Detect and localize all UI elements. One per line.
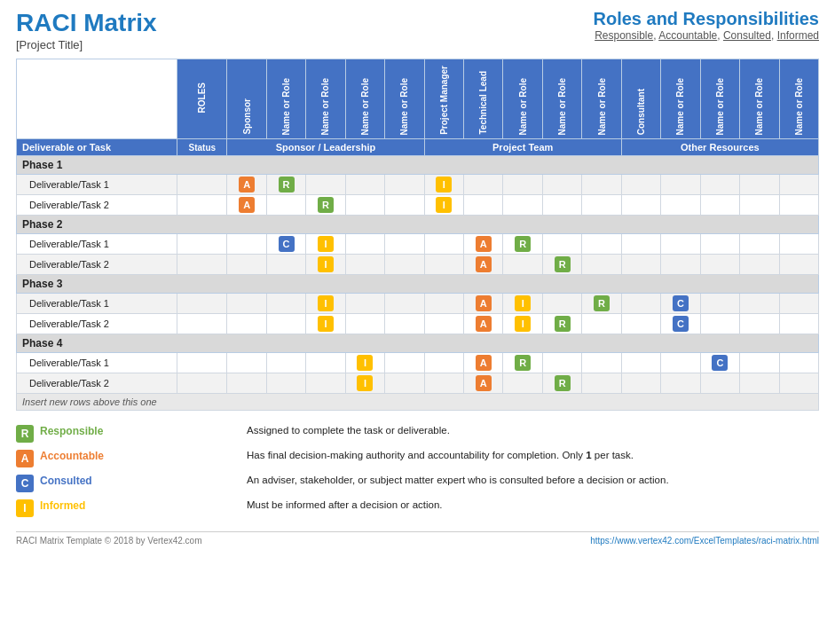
raci-cell <box>503 195 542 216</box>
raci-cell <box>385 175 424 195</box>
raci-cell <box>424 294 463 314</box>
table-row: Deliverable/Task 1IARC <box>17 353 819 373</box>
raci-cell <box>464 175 503 195</box>
phase-name: Phase 2 <box>17 216 819 234</box>
badge-r: R <box>555 375 571 391</box>
col-header-r2: Name or Role <box>306 59 345 139</box>
raci-cell <box>345 255 384 275</box>
raci-cell <box>345 195 384 216</box>
badge-i: I <box>318 316 334 332</box>
roles-header-row: ROLES Sponsor Name or Role Name or Role … <box>17 59 819 139</box>
roles-label: ROLES <box>197 82 207 113</box>
badge-i: I <box>515 295 531 311</box>
raci-cell: I <box>503 294 542 314</box>
raci-cell <box>621 255 660 275</box>
raci-cell <box>582 234 621 255</box>
legend-label-i: Informed <box>40 499 115 512</box>
raci-cell <box>582 373 621 394</box>
legend-item-c: CConsulted <box>16 473 247 494</box>
raci-cell <box>385 234 424 255</box>
raci-cell: C <box>700 353 739 373</box>
legend-desc-i: Must be informed after a decision or act… <box>247 498 819 519</box>
badge-i: I <box>436 197 452 213</box>
badge-a: A <box>476 256 492 272</box>
raci-cell <box>621 353 660 373</box>
badge-i: I <box>318 256 334 272</box>
main-title: RACI Matrix <box>16 9 157 37</box>
raci-cell: R <box>542 255 581 275</box>
raci-cell <box>582 195 621 216</box>
raci-cell <box>266 195 305 216</box>
raci-cell <box>542 195 581 216</box>
badge-r: R <box>555 316 571 332</box>
task-name: Deliverable/Task 2 <box>17 373 177 394</box>
raci-cell <box>424 234 463 255</box>
table-row: Deliverable/Task 1CIAR <box>17 234 819 255</box>
raci-cell: A <box>464 373 503 394</box>
raci-cell <box>503 255 542 275</box>
raci-cell <box>661 373 700 394</box>
table-row: Deliverable/Task 2IAR <box>17 255 819 275</box>
raci-table: ROLES Sponsor Name or Role Name or Role … <box>16 59 819 411</box>
raci-cell <box>700 294 739 314</box>
phase-row: Phase 4 <box>17 334 819 353</box>
badge-a: A <box>476 355 492 371</box>
raci-cell <box>661 175 700 195</box>
badge-r: R <box>515 355 531 371</box>
col-header-r9: Name or Role <box>700 59 739 139</box>
raci-tbody: Phase 1Deliverable/Task 1ARIDeliverable/… <box>17 156 819 411</box>
footer-url[interactable]: https://www.vertex42.com/ExcelTemplates/… <box>590 536 819 546</box>
col-header-r11: Name or Role <box>779 59 818 139</box>
raci-cell <box>227 255 266 275</box>
raci-cell <box>740 255 779 275</box>
raci-cell <box>385 195 424 216</box>
raci-cell: I <box>345 353 384 373</box>
raci-cell <box>621 314 660 334</box>
raci-cell <box>661 353 700 373</box>
raci-cell: C <box>266 234 305 255</box>
badge-r: R <box>279 177 295 192</box>
raci-cell <box>740 373 779 394</box>
raci-cell <box>621 175 660 195</box>
badge-i: I <box>357 375 373 391</box>
badge-c: C <box>279 236 295 252</box>
raci-cell <box>779 314 818 334</box>
task-name: Deliverable/Task 1 <box>17 175 177 195</box>
raci-cell: R <box>503 234 542 255</box>
raci-cell <box>424 314 463 334</box>
informed-label: Informed <box>777 29 819 42</box>
raci-cell <box>227 373 266 394</box>
col-header-consultant: Consultant <box>621 59 660 139</box>
raci-cell: A <box>464 234 503 255</box>
raci-cell <box>306 353 345 373</box>
raci-cell <box>385 373 424 394</box>
raci-cell <box>227 353 266 373</box>
phase-name: Phase 3 <box>17 275 819 294</box>
raci-cell <box>582 255 621 275</box>
raci-cell <box>385 314 424 334</box>
col-header-r1: Name or Role <box>266 59 305 139</box>
raci-cell: R <box>542 373 581 394</box>
task-name: Deliverable/Task 1 <box>17 353 177 373</box>
raci-cell <box>345 314 384 334</box>
legend-desc-c: An adviser, stakeholder, or subject matt… <box>247 473 819 494</box>
raci-cell: C <box>661 294 700 314</box>
raci-cell <box>700 255 739 275</box>
legend-item-a: AAccountable <box>16 448 247 469</box>
raci-cell <box>700 195 739 216</box>
raci-cell <box>779 195 818 216</box>
legend-desc-r: Assigned to complete the task or deliver… <box>247 423 819 444</box>
raci-cell: I <box>306 294 345 314</box>
badge-a: A <box>476 375 492 391</box>
badge-r: R <box>555 256 571 272</box>
accountable-label: Accountable <box>658 29 717 42</box>
raci-cell <box>740 234 779 255</box>
raci-cell <box>661 195 700 216</box>
col-header-r5: Name or Role <box>503 59 542 139</box>
task-status <box>177 255 227 275</box>
raci-cell <box>464 195 503 216</box>
legend: RResponsibleAssigned to complete the tas… <box>16 423 819 519</box>
raci-cell <box>542 353 581 373</box>
consulted-label: Consulted <box>723 29 771 42</box>
status-col-header: Status <box>177 139 227 156</box>
